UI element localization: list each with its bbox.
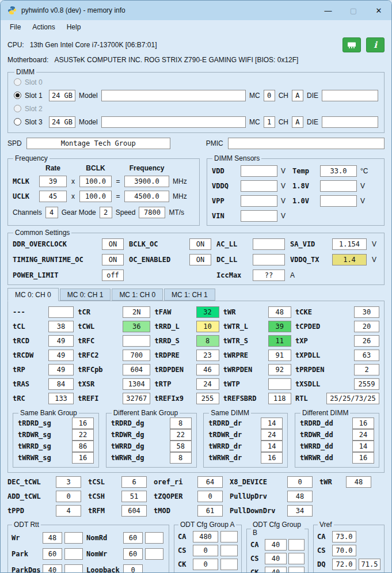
- maximize-button[interactable]: ▢: [341, 1, 366, 20]
- uclk-bclk-field[interactable]: 100.0: [79, 191, 112, 202]
- timing-field[interactable]: 133: [48, 393, 74, 404]
- speed-field[interactable]: 7800: [139, 207, 165, 218]
- report-button[interactable]: [342, 37, 361, 52]
- odt-field[interactable]: 60: [43, 548, 62, 560]
- slot1-model-field[interactable]: [101, 90, 246, 101]
- vdd-field[interactable]: [241, 165, 277, 177]
- timing-field[interactable]: [268, 378, 291, 390]
- spd-field[interactable]: Montage Tech Group: [26, 138, 170, 149]
- timing-field[interactable]: 86: [72, 441, 94, 452]
- timing-field[interactable]: 255: [196, 393, 219, 404]
- slot1-mc-field[interactable]: 0: [264, 90, 275, 101]
- odt-field[interactable]: [220, 559, 238, 570]
- slot3-model-field[interactable]: [101, 116, 246, 128]
- timing-field[interactable]: 46: [196, 364, 219, 375]
- timing-field[interactable]: 20: [354, 321, 379, 332]
- timing-field[interactable]: 0: [56, 491, 81, 502]
- timing-field[interactable]: 14: [352, 441, 374, 452]
- timing-field[interactable]: 118: [268, 393, 291, 404]
- vddq-tx-field[interactable]: 1.4: [332, 254, 367, 265]
- uclk-rate-field[interactable]: 45: [39, 191, 67, 202]
- tab-mc0-ch1[interactable]: MC 0: CH 1: [60, 289, 111, 301]
- v18-field[interactable]: [320, 180, 357, 192]
- titlebar[interactable]: pyhwinfo v0.8 (dev) - memory info — ▢ ✕: [1, 1, 391, 20]
- tab-mc1-ch1[interactable]: MC 1: CH 1: [164, 289, 215, 301]
- minimize-button[interactable]: —: [315, 1, 341, 20]
- odt-field[interactable]: [220, 545, 238, 556]
- timing-field[interactable]: 3: [56, 476, 81, 488]
- timing-field[interactable]: 4: [56, 505, 81, 517]
- vpp-field[interactable]: [241, 195, 277, 207]
- gear-mode-field[interactable]: 2: [100, 207, 112, 218]
- timing-field[interactable]: 84: [48, 378, 74, 390]
- odt-field[interactable]: 48: [43, 532, 62, 544]
- timing-field[interactable]: 8: [170, 452, 192, 464]
- odt-field[interactable]: [145, 548, 163, 560]
- uclk-frequency-field[interactable]: 4500.0: [124, 191, 169, 202]
- timing-field[interactable]: 48: [346, 476, 371, 488]
- iccmax-field[interactable]: ??: [253, 270, 285, 281]
- timing-field[interactable]: 49: [48, 350, 74, 361]
- tab-mc0-ch0[interactable]: MC 0: CH 0: [7, 288, 59, 301]
- odt-field[interactable]: 60: [123, 548, 143, 560]
- odt-field[interactable]: 40: [265, 539, 287, 551]
- mclk-frequency-field[interactable]: 3900.0: [124, 176, 169, 187]
- timing-field[interactable]: 49: [48, 364, 74, 375]
- timing-field[interactable]: [123, 335, 150, 347]
- menu-help[interactable]: Help: [61, 21, 87, 33]
- vref-field[interactable]: 72.0: [332, 559, 356, 570]
- slot1-die-field[interactable]: [322, 90, 378, 101]
- timing-field[interactable]: 32767: [123, 393, 150, 404]
- pmic-field[interactable]: [228, 138, 385, 149]
- menu-file[interactable]: File: [4, 21, 26, 33]
- timing-field[interactable]: 58: [170, 441, 192, 452]
- odt-field[interactable]: 60: [123, 532, 143, 544]
- timing-field[interactable]: 11: [268, 335, 291, 347]
- timing-field[interactable]: 92: [268, 364, 291, 375]
- mclk-bclk-field[interactable]: 100.0: [79, 176, 112, 187]
- rtl-field[interactable]: 25/25/73/25: [326, 393, 379, 404]
- ac-ll-field[interactable]: [253, 238, 285, 250]
- vref-field[interactable]: 71.5: [359, 559, 380, 570]
- slot3-die-field[interactable]: [322, 116, 378, 128]
- odt-field[interactable]: 0: [123, 564, 143, 573]
- timing-field[interactable]: 604: [123, 364, 150, 375]
- timing-field[interactable]: 16: [352, 418, 374, 429]
- odt-field[interactable]: [288, 567, 305, 573]
- timing-field[interactable]: 51: [121, 491, 147, 502]
- timing-field[interactable]: 39: [268, 321, 291, 332]
- timing-field[interactable]: 16: [72, 418, 94, 429]
- timing-field[interactable]: 2: [354, 364, 379, 375]
- timing-field[interactable]: 10: [196, 321, 219, 332]
- odt-field[interactable]: 0: [193, 559, 218, 570]
- timing-field[interactable]: 16: [72, 452, 94, 464]
- ddr-overclock-field[interactable]: ON: [102, 238, 124, 250]
- timing-field[interactable]: 14: [261, 418, 283, 429]
- odt-field[interactable]: 480: [193, 531, 218, 542]
- slot1-ch-field[interactable]: A: [292, 90, 303, 101]
- timing-field[interactable]: 26: [354, 335, 379, 347]
- mclk-rate-field[interactable]: 39: [39, 176, 67, 187]
- odt-field[interactable]: [64, 564, 83, 573]
- timing-field[interactable]: 34: [287, 505, 313, 517]
- info-button[interactable]: i: [366, 37, 385, 52]
- timing-field[interactable]: 38: [48, 321, 74, 332]
- odt-field[interactable]: [64, 548, 83, 560]
- timing-field[interactable]: 2559: [354, 378, 379, 390]
- vddq-field[interactable]: [241, 180, 277, 192]
- timing-field[interactable]: 16: [352, 452, 374, 464]
- timing-field[interactable]: 30: [354, 306, 379, 318]
- timing-field[interactable]: 36: [123, 321, 150, 332]
- close-button[interactable]: ✕: [366, 1, 391, 20]
- timing-field[interactable]: 24: [352, 429, 374, 441]
- slot1-radio[interactable]: [14, 92, 21, 99]
- slot1-size-field[interactable]: 24 GB: [49, 90, 75, 101]
- sa-vid-field[interactable]: 1.154: [332, 238, 367, 250]
- v10-field[interactable]: [320, 195, 357, 207]
- timing-field[interactable]: 8: [196, 335, 219, 347]
- timing-field[interactable]: 6: [121, 476, 147, 488]
- slot3-mc-field[interactable]: 1: [264, 116, 275, 128]
- timing-field[interactable]: 48: [287, 491, 313, 502]
- slot3-ch-field[interactable]: A: [292, 116, 303, 128]
- timing-field[interactable]: 16: [261, 452, 283, 464]
